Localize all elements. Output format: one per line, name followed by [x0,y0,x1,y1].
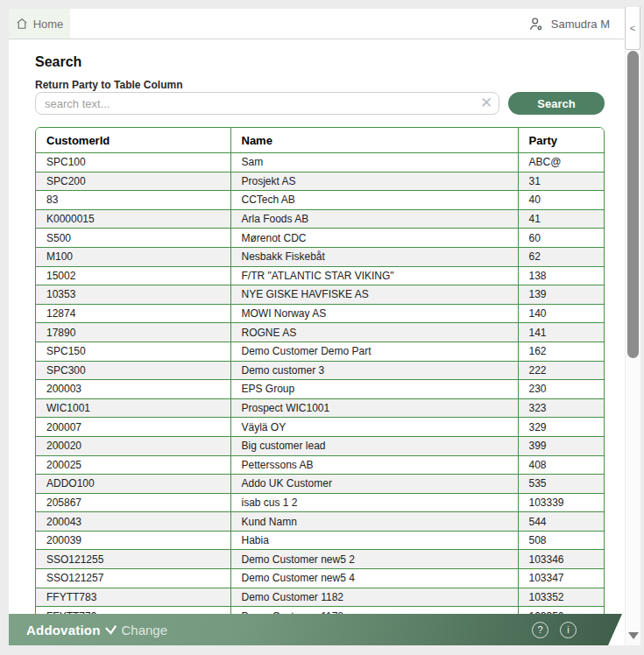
table-cell: Demo Customer 1182 [230,588,518,607]
table-cell: K0000015 [36,209,230,229]
table-row[interactable]: ADDO100Addo UK Customer535 [36,475,604,494]
table-row[interactable]: 200039Habia508 [36,531,604,550]
table-cell: 62 [518,247,604,266]
table-cell: F/TR "ATLANTIC STAR VIKING" [230,266,518,285]
search-field-label: Return Party to Table Column [35,79,182,91]
table-cell: 103339 [518,493,604,512]
table-row[interactable]: SPC300Demo customer 3222 [36,361,604,380]
table-row[interactable]: SPC150Demo Customer Demo Part162 [36,342,604,361]
footer-bar: Addovation Change ? i [9,614,622,645]
table-cell: Addo UK Customer [230,475,518,494]
table-cell: Väylä OY [230,418,518,437]
search-input[interactable] [35,92,499,115]
table-row[interactable]: 200003EPS Group230 [36,380,604,399]
home-tab-label: Home [33,18,64,31]
table-cell: Demo customer 3 [230,361,518,380]
table-cell: ABC@ [518,153,604,173]
table-cell: Nesbakk Fiskebåt [230,247,518,266]
table-cell: CCTech AB [230,191,518,210]
table-cell: SSO121255 [36,550,230,569]
vertical-scrollbar[interactable] [625,50,640,645]
table-row[interactable]: 200020Big customer lead399 [36,436,604,455]
footer-icon-group: ? i [532,622,577,638]
table-row[interactable]: 200025Petterssons AB408 [36,455,604,475]
table-row[interactable]: 17890ROGNE AS141 [36,323,604,342]
table-cell: 41 [518,209,604,229]
table-cell: 200039 [36,531,230,550]
table-cell: 103347 [518,569,604,588]
table-cell: 10353 [36,285,230,305]
table-cell: Big customer lead [230,436,518,455]
table-cell: S500 [36,229,230,248]
table-row[interactable]: 205867isab cus 1 2103339 [36,493,604,512]
table-cell: 222 [518,361,604,380]
home-icon [16,18,28,30]
table-row[interactable]: SSO121257Demo Customer new5 4103347 [36,569,604,588]
table-cell: 138 [518,266,604,285]
help-icon[interactable]: ? [532,622,548,638]
scrollbar-thumb[interactable] [627,51,639,358]
column-header: Name [230,128,518,153]
table-cell: 535 [518,475,604,494]
table-cell: 200007 [36,418,230,437]
table-row[interactable]: 10353NYE GISKE HAVFISKE AS139 [36,285,604,305]
brand-name: Addovation [26,623,101,637]
table-cell: Mørenot CDC [230,229,518,248]
table-cell: 17890 [36,323,230,342]
table-row[interactable]: FFYTT783Demo Customer 1182103352 [36,588,604,607]
clear-search-icon[interactable]: ✕ [478,95,494,111]
table-cell: 408 [518,455,604,475]
table-cell: EPS Group [230,380,518,399]
table-cell: 200043 [36,512,230,532]
table-cell: SPC300 [36,361,230,380]
table-cell: 83 [36,191,230,210]
table-cell: Demo Customer Demo Part [230,342,518,361]
table-row[interactable]: SPC200Prosjekt AS31 [36,172,604,191]
column-header: CustomerId [36,128,230,153]
tab-home[interactable]: Home [9,9,70,39]
table-cell: 12874 [36,304,230,323]
table-row[interactable]: 15002F/TR "ATLANTIC STAR VIKING"138 [36,266,604,285]
panel-collapse-button[interactable]: < [625,7,640,50]
table-cell: 205867 [36,493,230,512]
table-cell: ADDO100 [36,475,230,494]
table-row[interactable]: K0000015Arla Foods AB41 [36,209,604,229]
table-cell: 508 [518,531,604,550]
table-row[interactable]: 83CCTech AB40 [36,191,604,210]
table-cell: SPC150 [36,342,230,361]
table-cell: SSO121257 [36,569,230,588]
table-cell: 31 [518,172,604,191]
table-header-row: CustomerIdNameParty [36,128,604,153]
scrollbar-down-arrow-icon[interactable] [628,632,639,639]
table-row[interactable]: 200007Väylä OY329 [36,418,604,437]
table-cell: M100 [36,247,230,266]
chevron-left-icon: < [630,23,635,33]
user-menu[interactable]: Samudra M [527,9,610,39]
table-cell: 399 [518,436,604,455]
table-cell: SPC100 [36,153,230,173]
table-cell: Petterssons AB [230,455,518,475]
search-button[interactable]: Search [508,92,605,115]
table-cell: 230 [518,380,604,399]
table-cell: Arla Foods AB [230,209,518,229]
table-cell: ROGNE AS [230,323,518,342]
table-cell: SPC200 [36,172,230,191]
app-window: Home Samudra M < Search Return Party to … [9,9,640,645]
table-row[interactable]: SPC100SamABC@ [36,153,604,173]
table-row[interactable]: SSO121255Demo Customer new5 2103346 [36,550,604,569]
table-row[interactable]: M100Nesbakk Fiskebåt62 [36,247,604,266]
table-cell: Demo Customer new5 2 [230,550,518,569]
table-row[interactable]: 200043Kund Namn544 [36,512,604,532]
column-header: Party [518,128,604,153]
table-row[interactable]: WIC1001Prospect WIC1001323 [36,398,604,418]
table-cell: WIC1001 [36,398,230,418]
table-cell: Habia [230,531,518,550]
table-row[interactable]: 12874MOWI Norway AS140 [36,304,604,323]
info-icon[interactable]: i [560,622,577,638]
table-row[interactable]: S500Mørenot CDC60 [36,229,604,248]
table-body: SPC100SamABC@SPC200Prosjekt AS3183CCTech… [36,153,604,626]
table-cell: 200020 [36,436,230,455]
table-cell: 544 [518,512,604,532]
table-cell: 40 [518,191,604,210]
table-cell: 200003 [36,380,230,399]
